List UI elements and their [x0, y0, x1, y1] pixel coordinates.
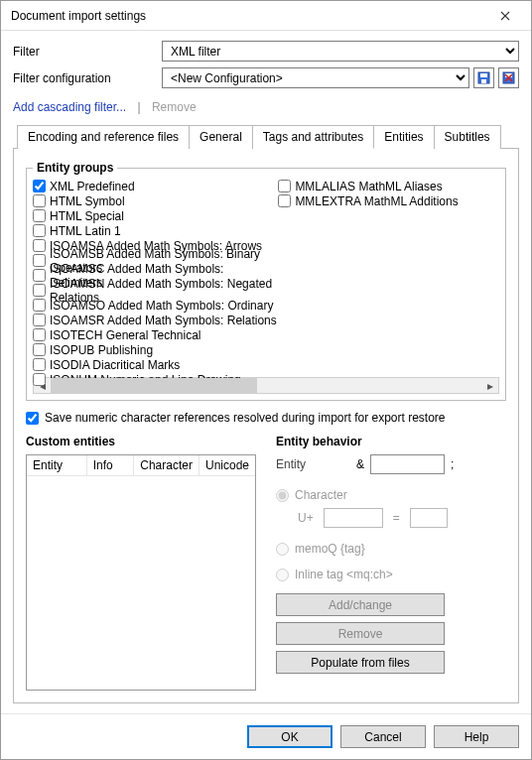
- save-numeric-label: Save numeric character references resolv…: [45, 411, 446, 425]
- entity-groups-hscrollbar[interactable]: ◂ ▸: [33, 377, 499, 394]
- entity-group-label: HTML Special: [50, 209, 124, 223]
- entity-group-item[interactable]: MMLEXTRA MathML Additions: [278, 193, 499, 208]
- save-numeric-checkbox-row[interactable]: Save numeric character references resolv…: [26, 411, 506, 425]
- dialog-footer: OK Cancel Help: [1, 713, 531, 759]
- entity-group-label: HTML Symbol: [50, 194, 125, 208]
- tab-encoding[interactable]: Encoding and reference files: [17, 125, 190, 149]
- scroll-right-icon[interactable]: ▸: [481, 379, 498, 393]
- entity-group-label: HTML Latin 1: [50, 224, 121, 238]
- scroll-left-icon[interactable]: ◂: [34, 379, 51, 393]
- link-separator: |: [137, 100, 140, 114]
- radio-memoq-row[interactable]: memoQ {tag}: [276, 542, 506, 556]
- entity-group-item[interactable]: ISOTECH General Technical: [33, 327, 278, 342]
- delete-icon: [502, 71, 515, 84]
- remove-link: Remove: [152, 100, 197, 114]
- radio-character-row[interactable]: Character: [276, 488, 506, 502]
- filter-config-select[interactable]: <New Configuration>: [162, 67, 469, 88]
- delete-config-button[interactable]: [498, 67, 519, 88]
- entity-group-label: MMLALIAS MathML Aliases: [295, 180, 442, 193]
- tabs: Encoding and reference files General Tag…: [13, 124, 519, 149]
- custom-entities-table[interactable]: Entity Info Character Unicode: [26, 454, 256, 691]
- entity-group-checkbox[interactable]: [33, 358, 46, 371]
- svg-rect-1: [480, 73, 487, 77]
- entity-group-checkbox[interactable]: [33, 314, 46, 326]
- close-icon: [500, 11, 510, 21]
- entity-group-item[interactable]: ISOAMSO Added Math Symbols: Ordinary: [33, 298, 278, 313]
- entity-group-checkbox[interactable]: [33, 209, 46, 222]
- entity-group-label: ISOTECH General Technical: [50, 328, 201, 342]
- entity-group-checkbox[interactable]: [33, 328, 46, 341]
- entity-group-label: MMLEXTRA MathML Additions: [295, 194, 458, 208]
- custom-entities-section: Custom entities Entity Info Character Un…: [26, 435, 256, 691]
- custom-entities-header: Entity Info Character Unicode: [27, 455, 255, 476]
- char-preview-input[interactable]: [410, 508, 448, 528]
- entity-groups-fieldset: Entity groups XML PredefinedHTML SymbolH…: [26, 161, 506, 401]
- entity-group-item[interactable]: HTML Latin 1: [33, 223, 278, 238]
- entity-groups-col-right: MMLALIAS MathML AliasesMMLEXTRA MathML A…: [278, 179, 499, 375]
- scroll-thumb[interactable]: [51, 378, 257, 393]
- col-entity[interactable]: Entity: [27, 455, 87, 476]
- add-change-button[interactable]: Add/change: [276, 593, 445, 616]
- col-info[interactable]: Info: [87, 455, 135, 476]
- entity-group-checkbox[interactable]: [33, 254, 46, 267]
- tab-general[interactable]: General: [189, 125, 253, 149]
- tab-tags-attributes[interactable]: Tags and attributes: [252, 125, 374, 149]
- ampersand-label: &: [356, 457, 364, 471]
- entity-group-item[interactable]: ISOAMSN Added Math Symbols: Negated Rela…: [33, 283, 278, 298]
- u-prefix: U+: [298, 511, 314, 525]
- link-row: Add cascading filter... | Remove: [13, 100, 519, 114]
- entity-group-label: ISODIA Diacritical Marks: [50, 358, 180, 372]
- entity-group-checkbox[interactable]: [33, 239, 46, 252]
- radio-character-label: Character: [295, 488, 347, 502]
- entity-groups-col-left: XML PredefinedHTML SymbolHTML SpecialHTM…: [33, 179, 278, 375]
- radio-inline-row[interactable]: Inline tag <mq:ch>: [276, 568, 506, 581]
- save-numeric-checkbox[interactable]: [26, 412, 39, 425]
- entity-group-item[interactable]: HTML Special: [33, 208, 278, 223]
- populate-button[interactable]: Populate from files: [276, 651, 445, 674]
- entity-group-item[interactable]: ISOAMSR Added Math Symbols: Relations: [33, 313, 278, 327]
- radio-character[interactable]: [276, 489, 289, 502]
- radio-inline[interactable]: [276, 569, 289, 581]
- remove-entity-button[interactable]: Remove: [276, 622, 445, 645]
- radio-memoq[interactable]: [276, 543, 289, 556]
- entity-group-checkbox[interactable]: [33, 343, 46, 356]
- save-icon: [477, 71, 490, 84]
- entity-group-checkbox[interactable]: [278, 194, 291, 207]
- entity-group-item[interactable]: HTML Symbol: [33, 193, 278, 208]
- entity-name-input[interactable]: [370, 454, 445, 474]
- ok-button[interactable]: OK: [247, 725, 332, 748]
- window-title: Document import settings: [11, 9, 485, 23]
- entity-group-checkbox[interactable]: [33, 224, 46, 237]
- tab-subtitles[interactable]: Subtitles: [434, 125, 501, 149]
- entity-group-item[interactable]: ISOPUB Publishing: [33, 342, 278, 357]
- dialog-window: Document import settings Filter XML filt…: [0, 0, 532, 760]
- save-config-button[interactable]: [473, 67, 494, 88]
- entity-group-item[interactable]: XML Predefined: [33, 179, 278, 193]
- entity-behavior-section: Entity behavior Entity & ; Character U+: [276, 435, 506, 691]
- entity-label: Entity: [276, 457, 350, 471]
- col-unicode[interactable]: Unicode: [200, 455, 255, 476]
- cancel-button[interactable]: Cancel: [340, 725, 426, 748]
- entity-group-checkbox[interactable]: [33, 284, 46, 297]
- col-character[interactable]: Character: [134, 455, 200, 476]
- entity-group-checkbox[interactable]: [278, 180, 291, 192]
- entity-group-item[interactable]: MMLALIAS MathML Aliases: [278, 179, 499, 193]
- filter-select[interactable]: XML filter: [162, 41, 519, 62]
- entity-group-checkbox[interactable]: [33, 180, 46, 192]
- add-cascading-link[interactable]: Add cascading filter...: [13, 100, 126, 114]
- entity-group-item[interactable]: ISODIA Diacritical Marks: [33, 357, 278, 372]
- unicode-input[interactable]: [324, 508, 383, 528]
- entity-group-checkbox[interactable]: [33, 269, 46, 282]
- entity-behavior-title: Entity behavior: [276, 435, 506, 448]
- help-button[interactable]: Help: [434, 725, 519, 748]
- tab-entities[interactable]: Entities: [373, 125, 434, 149]
- custom-entities-title: Custom entities: [26, 435, 256, 448]
- scroll-track[interactable]: [51, 378, 481, 393]
- equals-label: =: [393, 511, 400, 525]
- tab-page-entities: Entity groups XML PredefinedHTML SymbolH…: [13, 149, 519, 703]
- close-button[interactable]: [485, 2, 525, 30]
- entity-group-checkbox[interactable]: [33, 194, 46, 207]
- character-sub-row: U+ =: [298, 508, 506, 528]
- entity-groups-legend: Entity groups: [33, 161, 117, 175]
- entity-group-checkbox[interactable]: [33, 299, 46, 312]
